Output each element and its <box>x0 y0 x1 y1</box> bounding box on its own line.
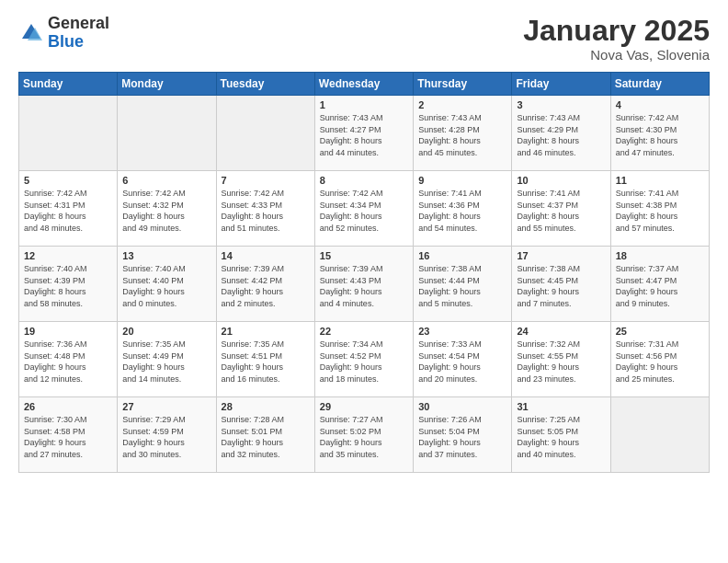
day-info: Sunrise: 7:41 AM Sunset: 4:37 PM Dayligh… <box>517 188 605 234</box>
col-thursday: Thursday <box>414 73 512 96</box>
page: General Blue January 2025 Nova Vas, Slov… <box>0 0 728 563</box>
table-row: 1Sunrise: 7:43 AM Sunset: 4:27 PM Daylig… <box>314 96 413 171</box>
day-number: 6 <box>122 175 210 186</box>
day-number: 28 <box>222 401 310 412</box>
day-info: Sunrise: 7:30 AM Sunset: 4:58 PM Dayligh… <box>24 414 112 460</box>
table-row: 18Sunrise: 7:37 AM Sunset: 4:47 PM Dayli… <box>610 247 709 322</box>
day-info: Sunrise: 7:38 AM Sunset: 4:44 PM Dayligh… <box>418 263 506 309</box>
day-info: Sunrise: 7:43 AM Sunset: 4:27 PM Dayligh… <box>320 112 408 158</box>
table-row <box>118 96 216 171</box>
calendar-week-row: 12Sunrise: 7:40 AM Sunset: 4:39 PM Dayli… <box>19 247 710 322</box>
table-row <box>19 96 118 171</box>
day-info: Sunrise: 7:39 AM Sunset: 4:43 PM Dayligh… <box>320 263 408 309</box>
day-info: Sunrise: 7:41 AM Sunset: 4:36 PM Dayligh… <box>418 188 506 234</box>
day-info: Sunrise: 7:35 AM Sunset: 4:51 PM Dayligh… <box>222 339 310 385</box>
day-number: 17 <box>517 250 605 261</box>
day-number: 27 <box>122 401 210 412</box>
table-row: 20Sunrise: 7:35 AM Sunset: 4:49 PM Dayli… <box>118 322 216 397</box>
logo: General Blue <box>18 15 109 52</box>
table-row: 7Sunrise: 7:42 AM Sunset: 4:33 PM Daylig… <box>216 171 314 247</box>
calendar-week-row: 1Sunrise: 7:43 AM Sunset: 4:27 PM Daylig… <box>19 96 710 171</box>
calendar: Sunday Monday Tuesday Wednesday Thursday… <box>18 72 710 473</box>
day-info: Sunrise: 7:43 AM Sunset: 4:28 PM Dayligh… <box>418 112 506 158</box>
day-number: 7 <box>222 175 310 186</box>
col-sunday: Sunday <box>19 73 118 96</box>
day-info: Sunrise: 7:36 AM Sunset: 4:48 PM Dayligh… <box>24 339 112 385</box>
day-info: Sunrise: 7:25 AM Sunset: 5:05 PM Dayligh… <box>517 414 605 460</box>
day-info: Sunrise: 7:42 AM Sunset: 4:33 PM Dayligh… <box>222 188 310 234</box>
table-row: 22Sunrise: 7:34 AM Sunset: 4:52 PM Dayli… <box>314 322 413 397</box>
day-number: 18 <box>616 250 704 261</box>
day-info: Sunrise: 7:40 AM Sunset: 4:40 PM Dayligh… <box>122 263 210 309</box>
table-row: 24Sunrise: 7:32 AM Sunset: 4:55 PM Dayli… <box>512 322 610 397</box>
day-info: Sunrise: 7:42 AM Sunset: 4:31 PM Dayligh… <box>24 188 112 234</box>
table-row: 26Sunrise: 7:30 AM Sunset: 4:58 PM Dayli… <box>19 397 118 473</box>
day-info: Sunrise: 7:42 AM Sunset: 4:34 PM Dayligh… <box>320 188 408 234</box>
day-info: Sunrise: 7:32 AM Sunset: 4:55 PM Dayligh… <box>517 339 605 385</box>
table-row: 13Sunrise: 7:40 AM Sunset: 4:40 PM Dayli… <box>118 247 216 322</box>
table-row: 12Sunrise: 7:40 AM Sunset: 4:39 PM Dayli… <box>19 247 118 322</box>
day-info: Sunrise: 7:40 AM Sunset: 4:39 PM Dayligh… <box>24 263 112 309</box>
day-number: 23 <box>418 326 506 337</box>
day-info: Sunrise: 7:43 AM Sunset: 4:29 PM Dayligh… <box>517 112 605 158</box>
day-number: 26 <box>24 401 112 412</box>
table-row: 27Sunrise: 7:29 AM Sunset: 4:59 PM Dayli… <box>118 397 216 473</box>
table-row: 2Sunrise: 7:43 AM Sunset: 4:28 PM Daylig… <box>414 96 512 171</box>
day-number: 5 <box>24 175 112 186</box>
col-wednesday: Wednesday <box>314 73 413 96</box>
day-info: Sunrise: 7:42 AM Sunset: 4:30 PM Dayligh… <box>616 112 704 158</box>
day-number: 15 <box>320 250 408 261</box>
logo-text: General Blue <box>48 15 109 52</box>
col-monday: Monday <box>118 73 216 96</box>
col-friday: Friday <box>512 73 610 96</box>
table-row <box>610 397 709 473</box>
day-number: 25 <box>616 326 704 337</box>
logo-icon <box>18 20 44 46</box>
header: General Blue January 2025 Nova Vas, Slov… <box>18 15 710 63</box>
day-number: 20 <box>122 326 210 337</box>
table-row: 17Sunrise: 7:38 AM Sunset: 4:45 PM Dayli… <box>512 247 610 322</box>
calendar-week-row: 5Sunrise: 7:42 AM Sunset: 4:31 PM Daylig… <box>19 171 710 247</box>
table-row: 25Sunrise: 7:31 AM Sunset: 4:56 PM Dayli… <box>610 322 709 397</box>
day-info: Sunrise: 7:42 AM Sunset: 4:32 PM Dayligh… <box>122 188 210 234</box>
day-info: Sunrise: 7:38 AM Sunset: 4:45 PM Dayligh… <box>517 263 605 309</box>
day-number: 22 <box>320 326 408 337</box>
table-row: 11Sunrise: 7:41 AM Sunset: 4:38 PM Dayli… <box>610 171 709 247</box>
day-number: 11 <box>616 175 704 186</box>
calendar-week-row: 26Sunrise: 7:30 AM Sunset: 4:58 PM Dayli… <box>19 397 710 473</box>
table-row: 19Sunrise: 7:36 AM Sunset: 4:48 PM Dayli… <box>19 322 118 397</box>
table-row: 21Sunrise: 7:35 AM Sunset: 4:51 PM Dayli… <box>216 322 314 397</box>
day-info: Sunrise: 7:35 AM Sunset: 4:49 PM Dayligh… <box>122 339 210 385</box>
day-number: 14 <box>222 250 310 261</box>
day-info: Sunrise: 7:28 AM Sunset: 5:01 PM Dayligh… <box>222 414 310 460</box>
day-number: 1 <box>320 99 408 110</box>
table-row: 3Sunrise: 7:43 AM Sunset: 4:29 PM Daylig… <box>512 96 610 171</box>
logo-blue: Blue <box>48 32 84 51</box>
day-info: Sunrise: 7:41 AM Sunset: 4:38 PM Dayligh… <box>616 188 704 234</box>
day-info: Sunrise: 7:27 AM Sunset: 5:02 PM Dayligh… <box>320 414 408 460</box>
day-number: 19 <box>24 326 112 337</box>
day-info: Sunrise: 7:31 AM Sunset: 4:56 PM Dayligh… <box>616 339 704 385</box>
month-title: January 2025 <box>523 15 710 47</box>
col-tuesday: Tuesday <box>216 73 314 96</box>
location: Nova Vas, Slovenia <box>523 47 710 63</box>
day-number: 31 <box>517 401 605 412</box>
title-block: January 2025 Nova Vas, Slovenia <box>523 15 710 63</box>
day-number: 30 <box>418 401 506 412</box>
day-number: 10 <box>517 175 605 186</box>
day-number: 3 <box>517 99 605 110</box>
day-number: 9 <box>418 175 506 186</box>
day-info: Sunrise: 7:29 AM Sunset: 4:59 PM Dayligh… <box>122 414 210 460</box>
table-row: 30Sunrise: 7:26 AM Sunset: 5:04 PM Dayli… <box>414 397 512 473</box>
table-row: 4Sunrise: 7:42 AM Sunset: 4:30 PM Daylig… <box>610 96 709 171</box>
table-row: 28Sunrise: 7:28 AM Sunset: 5:01 PM Dayli… <box>216 397 314 473</box>
day-number: 16 <box>418 250 506 261</box>
table-row: 23Sunrise: 7:33 AM Sunset: 4:54 PM Dayli… <box>414 322 512 397</box>
table-row: 14Sunrise: 7:39 AM Sunset: 4:42 PM Dayli… <box>216 247 314 322</box>
day-info: Sunrise: 7:26 AM Sunset: 5:04 PM Dayligh… <box>418 414 506 460</box>
calendar-week-row: 19Sunrise: 7:36 AM Sunset: 4:48 PM Dayli… <box>19 322 710 397</box>
day-number: 21 <box>222 326 310 337</box>
table-row: 5Sunrise: 7:42 AM Sunset: 4:31 PM Daylig… <box>19 171 118 247</box>
day-number: 4 <box>616 99 704 110</box>
table-row: 16Sunrise: 7:38 AM Sunset: 4:44 PM Dayli… <box>414 247 512 322</box>
